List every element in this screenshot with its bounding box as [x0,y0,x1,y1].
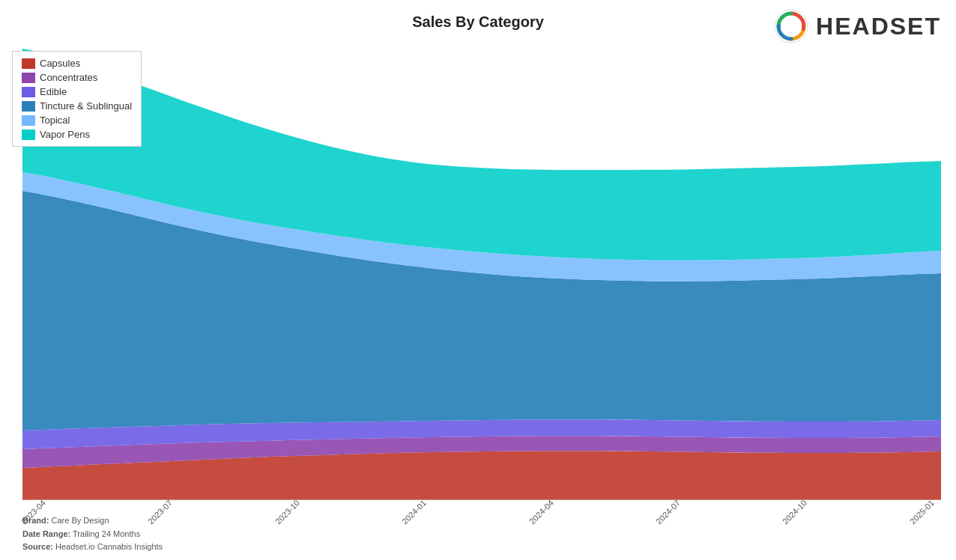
legend-label-capsules: Capsules [40,58,80,69]
x-label-2024-01: 2024-01 [400,498,428,526]
legend-label-vapor-pens: Vapor Pens [40,129,90,140]
chart-container: HEADSET Sales By Category Capsules Conce… [0,0,956,560]
legend-color-tincture [22,101,35,112]
x-label-2023-10: 2023-10 [273,498,301,526]
legend-color-edible [22,87,35,97]
x-label-2024-10: 2024-10 [781,498,808,526]
legend-item-vapor-pens: Vapor Pens [22,129,132,140]
chart-title: Sales By Category [0,13,956,31]
legend-color-capsules [22,58,35,69]
legend-label-concentrates: Concentrates [40,72,97,83]
date-range-value: Trailing 24 Months [73,529,140,538]
legend-color-vapor-pens [22,130,35,140]
brand-label: Brand: [22,516,49,525]
legend-item-topical: Topical [22,115,132,126]
legend-color-topical [22,115,35,126]
legend-item-capsules: Capsules [22,58,132,69]
legend-item-concentrates: Concentrates [22,72,132,83]
x-label-2024-07: 2024-07 [654,498,682,526]
chart-legend: Capsules Concentrates Edible Tincture & … [12,51,142,147]
source-value: Headset.io Cannabis Insights [55,542,163,551]
x-label-2025-01: 2025-01 [908,498,936,526]
stacked-area-chart [22,41,941,500]
legend-color-concentrates [22,73,35,83]
legend-label-edible: Edible [40,86,67,97]
legend-item-tincture: Tincture & Sublingual [22,100,132,112]
brand-value: Care By Design [52,516,109,525]
legend-item-edible: Edible [22,86,132,97]
legend-label-tincture: Tincture & Sublingual [40,100,132,112]
source-label: Source: [22,542,53,551]
x-label-2024-04: 2024-04 [527,498,555,526]
chart-footer: Brand: Care By Design Date Range: Traili… [22,514,163,554]
legend-label-topical: Topical [40,115,70,126]
date-range-label: Date Range: [22,529,70,538]
